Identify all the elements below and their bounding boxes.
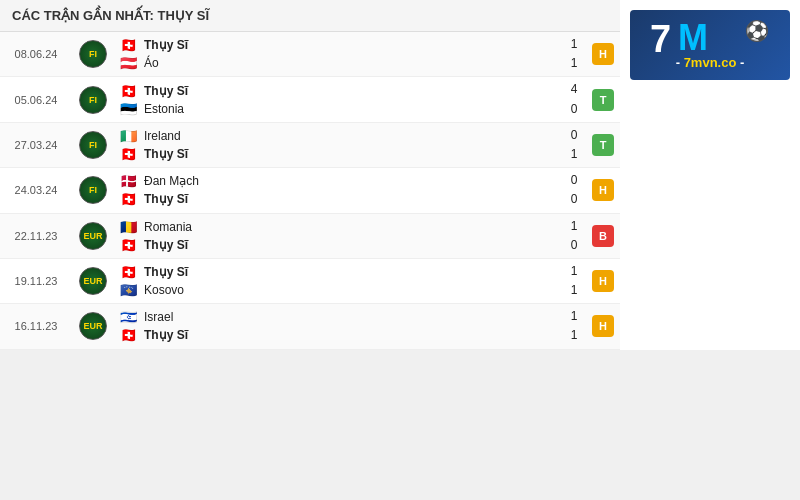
score-cell: 01 bbox=[560, 123, 588, 167]
score-team1: 4 bbox=[571, 80, 578, 99]
teams-cell: 🇩🇰Đan Mạch🇨🇭Thụy Sĩ bbox=[114, 169, 560, 211]
logo-wrapper: 7 M - 7mvn.co - bbox=[620, 0, 800, 350]
score-cell: 00 bbox=[560, 168, 588, 212]
team-row: 🇽🇰Kosovo bbox=[118, 281, 556, 299]
competition-cell: FI bbox=[72, 86, 114, 114]
logo-7: 7 bbox=[650, 20, 671, 58]
team-name: Thụy Sĩ bbox=[144, 328, 188, 342]
teams-cell: 🇮🇱Israel🇨🇭Thụy Sĩ bbox=[114, 305, 560, 347]
result-badge: T bbox=[592, 89, 614, 111]
competition-icon: FI bbox=[79, 86, 107, 114]
competition-icon: EUR bbox=[79, 267, 107, 295]
score-team1: 0 bbox=[571, 171, 578, 190]
match-date: 08.06.24 bbox=[0, 44, 72, 64]
competition-icon: FI bbox=[79, 131, 107, 159]
team-name: Estonia bbox=[144, 102, 184, 116]
team-flag: 🇨🇭 bbox=[118, 147, 138, 161]
team-flag: 🇦🇹 bbox=[118, 56, 138, 70]
match-date: 27.03.24 bbox=[0, 135, 72, 155]
match-date: 22.11.23 bbox=[0, 226, 72, 246]
score-cell: 11 bbox=[560, 32, 588, 76]
match-row: 22.11.23EUR🇷🇴Romania🇨🇭Thụy Sĩ10B bbox=[0, 214, 620, 259]
score-cell: 11 bbox=[560, 304, 588, 348]
match-row: 24.03.24FI🇩🇰Đan Mạch🇨🇭Thụy Sĩ00H bbox=[0, 168, 620, 213]
score-team2: 1 bbox=[571, 54, 578, 73]
score-team1: 0 bbox=[571, 126, 578, 145]
team-row: 🇨🇭Thụy Sĩ bbox=[118, 263, 556, 281]
team-flag: 🇨🇭 bbox=[118, 84, 138, 98]
competition-cell: FI bbox=[72, 176, 114, 204]
matches-area: CÁC TRẬN GẦN NHẤT: THỤY SĨ 08.06.24FI🇨🇭T… bbox=[0, 0, 620, 350]
team-row: 🇨🇭Thụy Sĩ bbox=[118, 190, 556, 208]
score-team1: 1 bbox=[571, 35, 578, 54]
team-row: 🇨🇭Thụy Sĩ bbox=[118, 36, 556, 54]
teams-cell: 🇮🇪Ireland🇨🇭Thụy Sĩ bbox=[114, 124, 560, 166]
teams-cell: 🇨🇭Thụy Sĩ🇪🇪Estonia bbox=[114, 79, 560, 121]
result-badge: H bbox=[592, 43, 614, 65]
team-name: Thụy Sĩ bbox=[144, 38, 188, 52]
match-row: 05.06.24FI🇨🇭Thụy Sĩ🇪🇪Estonia40T bbox=[0, 77, 620, 122]
team-flag: 🇨🇭 bbox=[118, 192, 138, 206]
match-date: 24.03.24 bbox=[0, 180, 72, 200]
score-team1: 1 bbox=[571, 262, 578, 281]
match-row: 16.11.23EUR🇮🇱Israel🇨🇭Thụy Sĩ11H bbox=[0, 304, 620, 349]
section-header: CÁC TRẬN GẦN NHẤT: THỤY SĨ bbox=[0, 0, 620, 32]
team-flag: 🇨🇭 bbox=[118, 328, 138, 342]
logo: 7 M - 7mvn.co - bbox=[630, 10, 790, 80]
score-team2: 1 bbox=[571, 145, 578, 164]
score-team2: 0 bbox=[571, 236, 578, 255]
team-name: Thụy Sĩ bbox=[144, 238, 188, 252]
result-badge: B bbox=[592, 225, 614, 247]
team-name: Ireland bbox=[144, 129, 181, 143]
score-team1: 1 bbox=[571, 217, 578, 236]
score-cell: 11 bbox=[560, 259, 588, 303]
result-badge: H bbox=[592, 315, 614, 337]
logo-tagline: - 7mvn.co - bbox=[676, 55, 745, 70]
team-row: 🇦🇹Áo bbox=[118, 54, 556, 72]
competition-cell: EUR bbox=[72, 222, 114, 250]
match-row: 08.06.24FI🇨🇭Thụy Sĩ🇦🇹Áo11H bbox=[0, 32, 620, 77]
team-row: 🇨🇭Thụy Sĩ bbox=[118, 236, 556, 254]
score-team2: 1 bbox=[571, 281, 578, 300]
team-flag: 🇮🇪 bbox=[118, 129, 138, 143]
teams-cell: 🇨🇭Thụy Sĩ🇽🇰Kosovo bbox=[114, 260, 560, 302]
team-row: 🇨🇭Thụy Sĩ bbox=[118, 82, 556, 100]
team-flag: 🇮🇱 bbox=[118, 310, 138, 324]
section-title: CÁC TRẬN GẦN NHẤT: THỤY SĨ bbox=[12, 8, 209, 23]
team-flag: 🇨🇭 bbox=[118, 265, 138, 279]
team-row: 🇨🇭Thụy Sĩ bbox=[118, 326, 556, 344]
team-row: 🇩🇰Đan Mạch bbox=[118, 172, 556, 190]
match-date: 19.11.23 bbox=[0, 271, 72, 291]
team-name: Thụy Sĩ bbox=[144, 84, 188, 98]
team-flag: 🇽🇰 bbox=[118, 283, 138, 297]
teams-cell: 🇨🇭Thụy Sĩ🇦🇹Áo bbox=[114, 33, 560, 75]
team-name: Thụy Sĩ bbox=[144, 265, 188, 279]
score-team1: 1 bbox=[571, 307, 578, 326]
result-badge: H bbox=[592, 179, 614, 201]
score-team2: 0 bbox=[571, 100, 578, 119]
match-date: 05.06.24 bbox=[0, 90, 72, 110]
team-row: 🇮🇱Israel bbox=[118, 308, 556, 326]
competition-icon: EUR bbox=[79, 312, 107, 340]
competition-icon: EUR bbox=[79, 222, 107, 250]
team-flag: 🇷🇴 bbox=[118, 220, 138, 234]
competition-cell: EUR bbox=[72, 312, 114, 340]
team-name: Kosovo bbox=[144, 283, 184, 297]
team-name: Israel bbox=[144, 310, 173, 324]
competition-icon: FI bbox=[79, 40, 107, 68]
match-date: 16.11.23 bbox=[0, 316, 72, 336]
team-row: 🇪🇪Estonia bbox=[118, 100, 556, 118]
competition-cell: FI bbox=[72, 131, 114, 159]
top-section: CÁC TRẬN GẦN NHẤT: THỤY SĨ 08.06.24FI🇨🇭T… bbox=[0, 0, 800, 350]
team-flag: 🇩🇰 bbox=[118, 174, 138, 188]
team-row: 🇷🇴Romania bbox=[118, 218, 556, 236]
competition-cell: FI bbox=[72, 40, 114, 68]
score-cell: 10 bbox=[560, 214, 588, 258]
team-flag: 🇨🇭 bbox=[118, 238, 138, 252]
team-flag: 🇨🇭 bbox=[118, 38, 138, 52]
competition-cell: EUR bbox=[72, 267, 114, 295]
team-flag: 🇪🇪 bbox=[118, 102, 138, 116]
team-name: Thụy Sĩ bbox=[144, 192, 188, 206]
team-name: Đan Mạch bbox=[144, 174, 199, 188]
score-cell: 40 bbox=[560, 77, 588, 121]
